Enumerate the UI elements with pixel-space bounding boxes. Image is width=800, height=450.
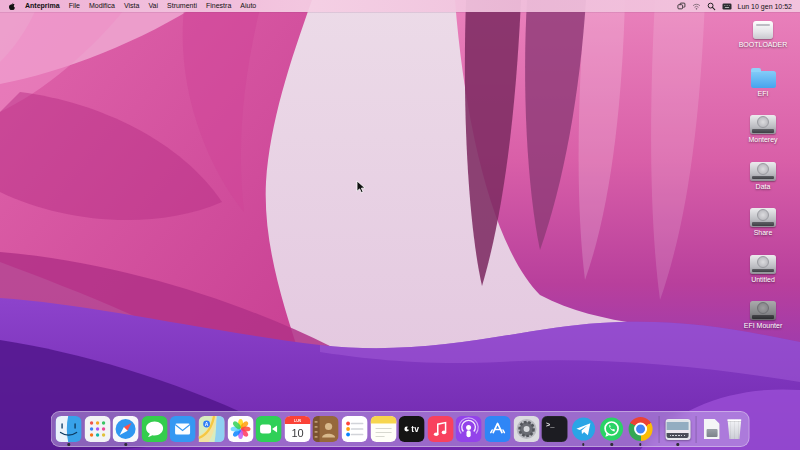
apple-menu[interactable]: [8, 2, 16, 11]
svg-text:A: A: [205, 421, 209, 427]
facetime-icon: [256, 416, 282, 442]
messages-icon: [141, 416, 167, 442]
desktop-icon-monterey[interactable]: Monterey: [730, 113, 796, 160]
dock-minimized-window[interactable]: [665, 416, 691, 442]
dock-app-system-preferences[interactable]: [513, 416, 539, 442]
desktop-icon-efi-mounter[interactable]: EFI Mounter: [730, 299, 796, 346]
trash-icon: [726, 419, 742, 439]
minimized-window-thumbnail: [665, 419, 690, 440]
reminders-icon: [342, 416, 368, 442]
svg-text:10: 10: [291, 427, 303, 439]
menu-aiuto[interactable]: Aiuto: [240, 0, 256, 12]
apple-icon: [8, 2, 16, 11]
launchpad-icon: [84, 416, 110, 442]
menu-bar: Anteprima File Modifica Vista Vai Strume…: [0, 0, 800, 12]
svg-text:tv: tv: [411, 424, 419, 434]
dock-app-facetime[interactable]: [256, 416, 282, 442]
dock-app-mail[interactable]: [170, 416, 196, 442]
dock-app-photos[interactable]: [227, 416, 253, 442]
desktop-icon-bootloader[interactable]: BOOTLOADER: [730, 20, 796, 67]
whatsapp-icon: [599, 416, 625, 442]
dock-app-safari[interactable]: [113, 416, 139, 442]
maps-icon: A: [199, 416, 225, 442]
desktop-icon-untitled[interactable]: Untitled: [730, 253, 796, 300]
dock-separator: [659, 416, 660, 443]
svg-text:LUN: LUN: [294, 419, 302, 423]
menu-modifica[interactable]: Modifica: [89, 0, 115, 12]
notes-icon: [370, 416, 396, 442]
dock-app-notes[interactable]: [370, 416, 396, 442]
finder-icon: [56, 416, 82, 442]
menu-finestra[interactable]: Finestra: [206, 0, 231, 12]
desktop-icon-label: Data: [756, 183, 771, 190]
dock-app-music[interactable]: [427, 416, 453, 442]
running-indicator: [124, 443, 127, 446]
desktop-icon-label: Monterey: [748, 136, 777, 143]
dock-app-chrome[interactable]: [627, 416, 653, 442]
desktop-icon-label: Untitled: [751, 276, 775, 283]
running-indicator: [582, 443, 585, 446]
hard-drive-icon: [750, 115, 776, 134]
desktop-icon-label: EFI: [758, 90, 769, 97]
mouse-cursor: [356, 180, 366, 194]
menu-bar-status-area: Lun 10 gen 10:52: [677, 2, 793, 11]
dock-app-tv[interactable]: tv: [399, 416, 425, 442]
photos-icon: [227, 416, 253, 442]
dock-app-launchpad[interactable]: [84, 416, 110, 442]
dock-app-app-store[interactable]: [484, 416, 510, 442]
contacts-icon: [313, 416, 339, 442]
app-store-icon: [484, 416, 510, 442]
terminal-icon: >_: [542, 416, 568, 442]
dock-app-reminders[interactable]: [342, 416, 368, 442]
svg-text:>_: >_: [546, 421, 555, 429]
dock-app-messages[interactable]: [141, 416, 167, 442]
dock: A: [51, 411, 750, 447]
running-indicator: [676, 443, 679, 446]
dock-app-podcasts[interactable]: [456, 416, 482, 442]
podcasts-icon: [456, 416, 482, 442]
menu-bar-clock[interactable]: Lun 10 gen 10:52: [738, 3, 793, 10]
desktop-icon-label: BOOTLOADER: [739, 41, 788, 48]
dock-trash[interactable]: [724, 416, 744, 442]
hard-drive-icon: [750, 255, 776, 274]
desktop-icon-column: BOOTLOADER EFI Monterey Data Share Untit…: [730, 20, 796, 346]
tv-icon: tv: [399, 416, 425, 442]
menu-vai[interactable]: Vai: [148, 0, 158, 12]
menu-file[interactable]: File: [69, 0, 80, 12]
dock-app-calendar[interactable]: LUN 10: [284, 416, 310, 442]
dock-app-finder[interactable]: [56, 416, 82, 442]
window-preview-image: [667, 420, 689, 438]
running-indicator: [67, 443, 70, 446]
desktop-icon-data[interactable]: Data: [730, 160, 796, 207]
spotlight-icon[interactable]: [707, 2, 716, 11]
stacked-windows-icon[interactable]: [677, 2, 686, 11]
hard-drive-icon: [750, 208, 776, 227]
menu-strumenti[interactable]: Strumenti: [167, 0, 197, 12]
desktop-icon-label: EFI Mounter: [744, 322, 783, 329]
menu-app-name[interactable]: Anteprima: [25, 0, 60, 12]
mail-icon: [170, 416, 196, 442]
dock-app-telegram[interactable]: [570, 416, 596, 442]
input-source-icon[interactable]: [722, 2, 732, 11]
dock-separator: [696, 416, 697, 443]
dock-app-terminal[interactable]: >_: [542, 416, 568, 442]
telegram-icon: [570, 416, 596, 442]
menu-vista[interactable]: Vista: [124, 0, 139, 12]
running-indicator: [639, 443, 642, 446]
dock-app-contacts[interactable]: [313, 416, 339, 442]
dock-app-whatsapp[interactable]: [599, 416, 625, 442]
wifi-icon[interactable]: [692, 2, 701, 11]
hard-drive-dark-icon: [750, 301, 776, 320]
running-indicator: [611, 443, 614, 446]
document-icon: [704, 419, 720, 439]
dock-document[interactable]: [702, 416, 722, 442]
music-icon: [427, 416, 453, 442]
desktop-icon-label: Share: [754, 229, 773, 236]
desktop-icon-efi[interactable]: EFI: [730, 67, 796, 114]
system-preferences-icon: [513, 416, 539, 442]
chrome-icon: [628, 417, 652, 441]
desktop-icon-share[interactable]: Share: [730, 206, 796, 253]
safari-icon: [113, 416, 139, 442]
dock-app-maps[interactable]: A: [199, 416, 225, 442]
external-drive-icon: [753, 21, 773, 39]
